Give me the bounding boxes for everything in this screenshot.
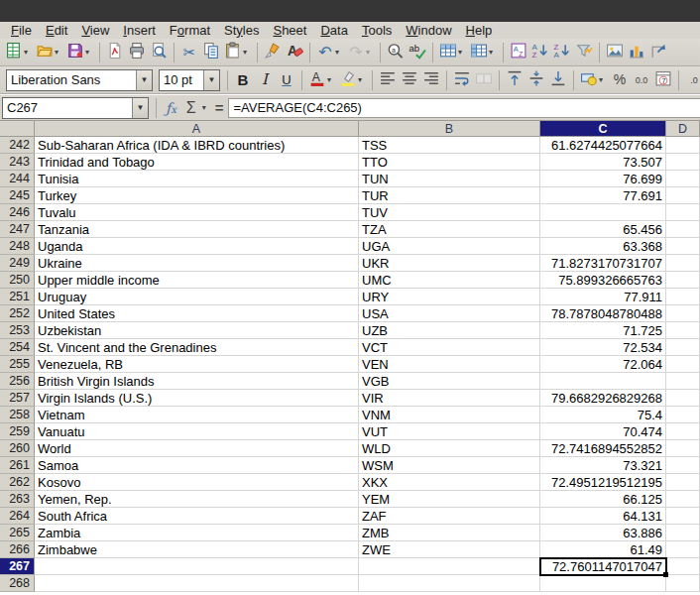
bold-button[interactable]: B (232, 68, 254, 92)
cell-D-255[interactable] (666, 356, 700, 373)
cell-C-262[interactable]: 72.4951219512195 (540, 474, 666, 491)
cell-A-265[interactable]: Zambia (35, 525, 359, 541)
column-header-A[interactable]: A (35, 121, 359, 137)
cell-C-251[interactable]: 77.911 (540, 289, 666, 305)
row-header-248[interactable]: 248 (0, 238, 35, 255)
cell-C-260[interactable]: 72.7416894552852 (540, 440, 666, 457)
cell-D-258[interactable] (666, 407, 700, 423)
freeze-panes-button[interactable] (647, 41, 669, 64)
align-center-button[interactable] (399, 68, 420, 92)
active-cell[interactable]: 72.7601147017047 (540, 558, 666, 575)
cell-D-247[interactable] (666, 221, 700, 238)
cell-C-255[interactable]: 72.064 (540, 356, 666, 373)
name-box[interactable]: C267 ▼ (2, 97, 149, 119)
row-header-244[interactable]: 244 (0, 171, 35, 187)
wrap-text-button[interactable] (451, 68, 473, 92)
cell-A-245[interactable]: Turkey (35, 187, 359, 204)
format-date-button[interactable]: 7 (652, 68, 674, 92)
row-header-258[interactable]: 258 (0, 407, 35, 423)
cell-C-268[interactable] (540, 575, 666, 592)
insert-image-button[interactable] (604, 41, 626, 64)
copy-button[interactable] (200, 41, 222, 64)
cell-C-249[interactable]: 71.8273170731707 (540, 255, 666, 272)
row-header-250[interactable]: 250 (0, 272, 35, 289)
cell-B-246[interactable]: TUV (359, 204, 540, 221)
cell-A-250[interactable]: Upper middle income (35, 272, 359, 289)
align-left-button[interactable] (377, 68, 399, 92)
export-pdf-button[interactable] (104, 41, 126, 64)
menu-file[interactable]: File (4, 22, 39, 39)
cell-D-248[interactable] (666, 238, 700, 255)
cell-C-266[interactable]: 61.49 (540, 541, 666, 558)
format-number-button[interactable]: 0.0 (631, 68, 652, 92)
align-bottom-button[interactable] (547, 68, 569, 92)
cell-A-244[interactable]: Tunisia (35, 171, 359, 187)
cell-C-246[interactable] (540, 204, 666, 221)
cell-A-258[interactable]: Vietnam (35, 407, 359, 423)
chevron-down-icon[interactable]: ▾ (335, 48, 343, 57)
row-header-261[interactable]: 261 (0, 457, 35, 474)
cell-B-263[interactable]: YEM (359, 491, 540, 508)
chevron-down-icon[interactable]: ▾ (358, 75, 366, 84)
cell-D-257[interactable] (666, 390, 700, 407)
cell-C-248[interactable]: 63.368 (540, 238, 666, 255)
cell-A-261[interactable]: Samoa (35, 457, 359, 474)
cell-A-247[interactable]: Tanzania (35, 221, 359, 238)
row-header-242[interactable]: 242 (0, 137, 35, 154)
insert-columns-button[interactable]: ▾ (468, 41, 499, 64)
row-header-257[interactable]: 257 (0, 390, 35, 407)
menu-window[interactable]: Window (399, 22, 458, 39)
font-size-combobox[interactable]: 10 pt▼ (159, 69, 220, 91)
cell-C-252[interactable]: 78.7878048780488 (540, 305, 666, 322)
cell-C-243[interactable]: 73.507 (540, 154, 666, 171)
cell-A-242[interactable]: Sub-Saharan Africa (IDA & IBRD countries… (35, 137, 359, 154)
cell-B-245[interactable]: TUR (359, 187, 540, 204)
chevron-down-icon[interactable]: ▾ (599, 75, 607, 84)
cell-D-256[interactable] (666, 373, 700, 390)
cell-D-243[interactable] (666, 154, 700, 171)
cell-B-247[interactable]: TZA (359, 221, 540, 238)
function-wizard-icon[interactable]: ƒx (161, 100, 181, 116)
cell-D-246[interactable] (666, 204, 700, 221)
row-header-246[interactable]: 246 (0, 204, 35, 221)
cell-B-268[interactable] (359, 575, 540, 592)
chevron-down-icon[interactable]: ▾ (366, 48, 374, 57)
cell-A-249[interactable]: Ukraine (35, 255, 359, 272)
sort-ascending-button[interactable]: AZ (529, 41, 551, 64)
autofilter-button[interactable] (573, 41, 595, 64)
sum-icon[interactable]: Σ (181, 99, 201, 117)
cell-A-268[interactable] (35, 575, 359, 592)
clear-formatting-button[interactable]: A (284, 41, 305, 64)
cell-A-252[interactable]: United States (35, 305, 359, 322)
cell-B-257[interactable]: VIR (359, 390, 540, 407)
cell-B-249[interactable]: UKR (359, 255, 540, 272)
cell-C-265[interactable]: 63.886 (540, 525, 666, 541)
open-button[interactable]: ▾ (34, 41, 64, 64)
chevron-down-icon[interactable]: ▼ (132, 98, 148, 118)
chevron-down-icon[interactable]: ▼ (136, 70, 152, 90)
format-percent-button[interactable]: % (609, 68, 631, 92)
print-button[interactable] (126, 41, 148, 64)
cell-B-250[interactable]: UMC (359, 272, 540, 289)
cell-B-260[interactable]: WLD (359, 440, 540, 457)
new-document-button[interactable]: ▾ (3, 41, 34, 64)
align-top-button[interactable] (504, 68, 525, 92)
row-header-264[interactable]: 264 (0, 508, 35, 525)
cell-C-242[interactable]: 61.6274425077664 (540, 137, 666, 154)
row-header-267[interactable]: 267 (0, 558, 35, 575)
highlighting-color-button[interactable]: ▾ (337, 68, 368, 92)
cut-button[interactable]: ✂ (178, 41, 200, 64)
row-header-260[interactable]: 260 (0, 440, 35, 457)
cell-D-250[interactable] (666, 272, 700, 289)
insert-chart-button[interactable] (626, 41, 647, 64)
delete-decimal-button[interactable]: .0 (683, 68, 700, 92)
row-header-252[interactable]: 252 (0, 305, 35, 322)
column-header-C[interactable]: C (540, 121, 666, 137)
cell-C-264[interactable]: 64.131 (540, 508, 666, 525)
cell-B-259[interactable]: VUT (359, 423, 540, 440)
clone-formatting-button[interactable] (262, 41, 284, 64)
font-name-combobox[interactable]: Liberation Sans▼ (6, 69, 153, 91)
menu-insert[interactable]: Insert (116, 22, 163, 39)
cell-C-258[interactable]: 75.4 (540, 407, 666, 423)
underline-button[interactable]: U (276, 68, 297, 92)
